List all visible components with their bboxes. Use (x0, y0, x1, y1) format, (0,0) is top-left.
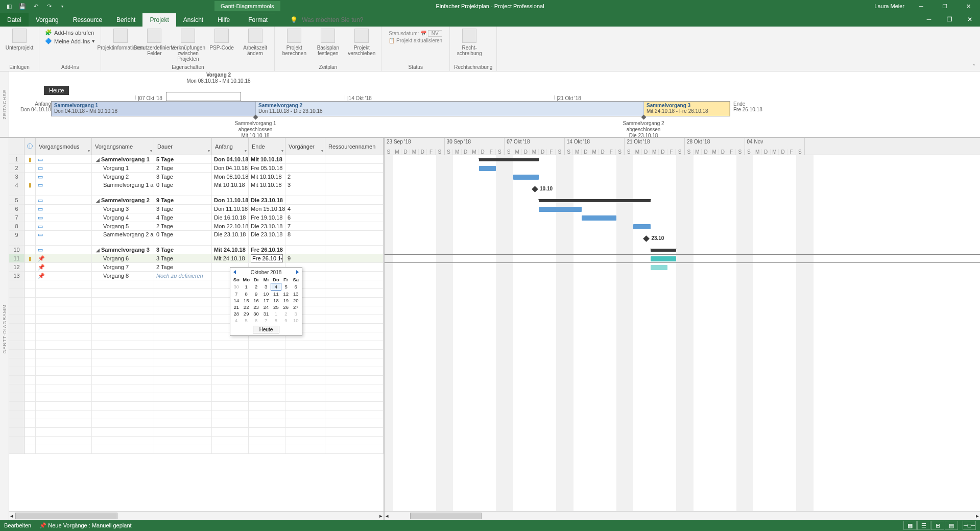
table-row[interactable]: 13📌Vorgang 8Noch zu definieren (9, 272, 384, 280)
cal-day[interactable]: 31 (261, 310, 271, 317)
cal-day[interactable]: 8 (241, 291, 251, 298)
table-row[interactable]: 6▭Vorgang 33 TageDon 11.10.18Mon 15.10.1… (9, 205, 384, 213)
cal-day[interactable]: 21 (231, 304, 241, 310)
collapse-icon[interactable]: ◢ (96, 248, 100, 253)
tab-vorgang[interactable]: Vorgang (29, 13, 66, 27)
table-row[interactable] (9, 358, 384, 367)
cal-day[interactable]: 18 (271, 297, 281, 304)
doc-restore-button[interactable]: ❐ (939, 12, 960, 27)
table-row[interactable]: 12📌Vorgang 72 Tage (9, 263, 384, 272)
gantt-chart[interactable]: 23 Sep '18SMDMDFS30 Sep '18SMDMDFS07 Okt… (385, 138, 980, 520)
sheet-h-scrollbar[interactable]: ◂ ▸ (9, 511, 384, 520)
col-duration[interactable]: Dauer▾ (154, 138, 212, 155)
collapse-ribbon-icon[interactable]: ⌃ (972, 63, 976, 69)
timeline-segment-3[interactable]: Sammelvorgang 3Mit 24.10.18 - Fre 26.10.… (644, 102, 730, 116)
user-name[interactable]: Laura Meier (874, 3, 904, 9)
maximize-button[interactable]: ☐ (933, 0, 957, 12)
cal-day[interactable]: 19 (281, 297, 291, 304)
table-row[interactable]: 7▭Vorgang 44 TageDie 16.10.18Fre 19.10.1… (9, 213, 384, 222)
col-mode[interactable]: Vorgangsmodus▾ (36, 138, 92, 155)
cal-today-button[interactable]: Heute (253, 326, 280, 333)
finish-cell-editor[interactable]: ▾ (251, 254, 283, 262)
table-row[interactable]: 4▮▭Sammelvorgang 1 abgeschlossen0 TageMi… (9, 181, 384, 196)
app-icon[interactable]: ◧ (3, 1, 15, 12)
table-row[interactable] (9, 341, 384, 350)
col-predecessors[interactable]: Vorgänger▾ (285, 138, 325, 155)
collapse-icon[interactable]: ◢ (96, 198, 100, 203)
undo-icon[interactable]: ↶ (30, 1, 42, 12)
table-row[interactable] (9, 324, 384, 332)
gantt-task-bar[interactable] (582, 215, 616, 221)
minimize-button[interactable]: ─ (910, 0, 933, 12)
timescale-week[interactable]: 28 Okt '18SMDMDFS (685, 138, 745, 155)
tab-file[interactable]: Datei (0, 13, 29, 27)
gantt-task-bar[interactable] (651, 256, 676, 261)
table-row[interactable]: 11▮📌Vorgang 63 TageMit 24.10.18▾9 (9, 254, 384, 263)
table-row[interactable]: 10▭◢Sammelvorgang 33 TageMit 24.10.18Fre… (9, 246, 384, 254)
calendar-grid[interactable]: SoMoDiMiDoFrSa30123456789101112131415161… (231, 276, 301, 324)
tab-projekt[interactable]: Projekt (142, 13, 176, 27)
gantt-sidebar[interactable]: GANTT-DIAGRAMM (0, 138, 9, 520)
tab-ansicht[interactable]: Ansicht (176, 13, 210, 27)
date-picker-popup[interactable]: Oktober 2018 SoMoDiMiDoFrSa3012345678910… (230, 267, 302, 336)
col-info[interactable]: ⓘ (25, 138, 36, 155)
col-start[interactable]: Anfang▾ (212, 138, 249, 155)
col-resources[interactable]: Ressourcennamen (325, 138, 384, 155)
doc-minimize-button[interactable]: ─ (919, 12, 939, 27)
timescale-week[interactable]: 04 NovSMDMDFS (745, 138, 805, 155)
table-row[interactable] (9, 306, 384, 315)
cal-day[interactable]: 4 (271, 283, 281, 291)
timeline-segment-2[interactable]: Sammelvorgang 2Don 11.10.18 - Die 23.10.… (256, 102, 644, 116)
move-project-button[interactable]: Projekt verschieben (346, 29, 377, 56)
table-row[interactable] (9, 402, 384, 411)
cal-prev-button[interactable] (233, 270, 236, 275)
gantt-summary-bar[interactable] (479, 158, 539, 161)
table-row[interactable] (9, 332, 384, 341)
timescale-week[interactable]: 30 Sep '18SMDMDFS (445, 138, 505, 155)
gantt-task-bar[interactable] (633, 224, 651, 229)
table-row[interactable]: 5▭◢Sammelvorgang 29 TageDon 11.10.18Die … (9, 196, 384, 205)
cal-next-button[interactable] (296, 270, 299, 275)
timescale-week[interactable]: 21 Okt '18SMDMDFS (625, 138, 685, 155)
cal-day[interactable]: 20 (291, 297, 301, 304)
status-new-task-mode[interactable]: 📌 Neue Vorgänge : Manuell geplant (39, 522, 131, 529)
cal-day[interactable]: 10 (261, 291, 271, 298)
custom-fields-button[interactable]: Benutzerdefinierte Felder (139, 29, 170, 56)
cal-day[interactable]: 24 (261, 304, 271, 310)
gantt-summary-bar[interactable] (539, 199, 650, 202)
timescale-week[interactable]: 23 Sep '18SMDMDFS (385, 138, 445, 155)
cal-day[interactable]: 12 (281, 291, 291, 298)
col-finish[interactable]: Ende▾ (249, 138, 285, 155)
table-row[interactable] (9, 298, 384, 306)
cal-day[interactable]: 26 (281, 304, 291, 310)
table-row[interactable] (9, 384, 384, 393)
subproject-button[interactable]: Unterprojekt (4, 29, 35, 51)
table-row[interactable] (9, 419, 384, 428)
tell-me-input[interactable] (302, 16, 384, 23)
links-projects-button[interactable]: Verknüpfungen zwischen Projekten (173, 29, 203, 62)
view-gantt-button[interactable]: ▦ (903, 521, 917, 530)
table-row[interactable] (9, 376, 384, 384)
table-row[interactable] (9, 280, 384, 289)
cal-day[interactable]: 11 (271, 291, 281, 298)
cal-day[interactable]: 30 (231, 283, 241, 291)
table-row[interactable] (9, 393, 384, 402)
tab-hilfe[interactable]: Hilfe (210, 13, 237, 27)
view-task-usage-button[interactable]: ☰ (917, 521, 930, 530)
status-date-value[interactable]: NV (428, 30, 442, 37)
cal-day[interactable]: 16 (251, 297, 261, 304)
cal-day[interactable]: 1 (241, 283, 251, 291)
table-row[interactable]: 8▭Vorgang 52 TageMon 22.10.18Die 23.10.1… (9, 222, 384, 231)
table-row[interactable] (9, 437, 384, 445)
calculate-project-button[interactable]: Projekt berechnen (279, 29, 309, 56)
cal-day[interactable]: 4 (231, 317, 241, 324)
doc-close-button[interactable]: ✕ (960, 12, 980, 27)
save-icon[interactable]: 💾 (16, 1, 29, 12)
gantt-h-scrollbar[interactable]: ◂ ▸ (385, 511, 980, 520)
tell-me-search[interactable]: 💡 (290, 13, 384, 27)
cal-day[interactable]: 5 (241, 317, 251, 324)
cal-day[interactable]: 14 (231, 297, 241, 304)
timeline-sidebar[interactable]: ZEITACHSE (0, 71, 9, 137)
cal-day[interactable]: 29 (241, 310, 251, 317)
table-row[interactable] (9, 289, 384, 298)
